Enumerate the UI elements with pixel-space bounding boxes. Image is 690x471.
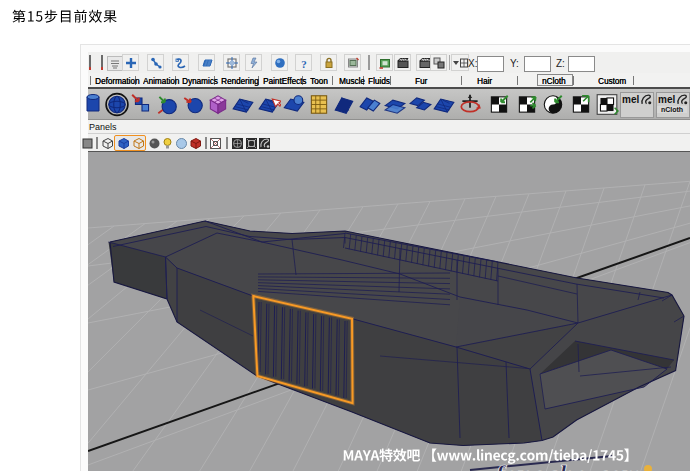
svg-text:?: ? — [301, 57, 307, 69]
svg-text:com: com — [598, 461, 641, 471]
